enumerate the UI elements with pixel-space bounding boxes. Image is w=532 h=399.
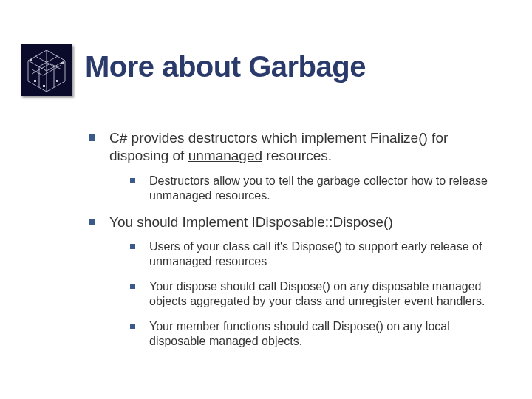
bullet-text: Destructors allow you to tell the garbag… [149,174,488,202]
escher-icon [21,44,72,96]
bullet-level2: Users of your class call it's Dispose() … [130,239,502,269]
bullet-level2: Destructors allow you to tell the garbag… [130,174,502,203]
slide-body: C# provides destructors which implement … [89,129,502,359]
svg-rect-4 [56,80,58,82]
svg-rect-5 [34,80,36,82]
bullet-level2: Your dispose should call Dispose() on an… [130,279,502,309]
svg-rect-3 [43,85,45,87]
bullet-text: You should Implement IDisposable::Dispos… [109,214,393,230]
slide-title: More about Garbage [85,50,366,83]
svg-rect-2 [61,62,64,64]
bullet-level2: Your member functions should call Dispos… [130,319,502,349]
bullet-text: Users of your class call it's Dispose() … [149,240,482,267]
slide: More about Garbage C# provides destructo… [0,0,532,399]
bullet-level1: You should Implement IDisposable::Dispos… [89,214,502,349]
bullet-text: Your dispose should call Dispose() on an… [149,280,485,307]
bullet-text: C# provides destructors which implement … [109,130,448,163]
bullet-text: Your member functions should call Dispos… [149,320,450,347]
bullet-level1: C# provides destructors which implement … [89,129,502,203]
svg-rect-1 [30,59,32,61]
